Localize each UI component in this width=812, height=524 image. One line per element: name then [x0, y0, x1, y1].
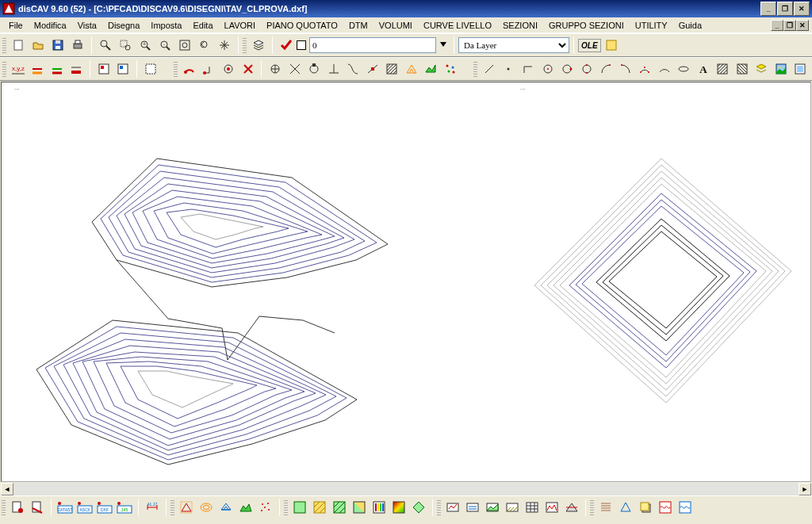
menu-disegna[interactable]: Disegna: [102, 20, 145, 31]
layer-dropdown-button[interactable]: [437, 36, 450, 55]
box-shadow-icon[interactable]: [636, 498, 655, 517]
pan-button[interactable]: [215, 36, 234, 55]
menu-modifica[interactable]: Modifica: [29, 20, 72, 31]
menu-curve-livello[interactable]: CURVE LIVELLO: [418, 20, 497, 31]
flag-red-icon[interactable]: [94, 59, 113, 78]
zoom-in-button[interactable]: +: [136, 36, 155, 55]
save-button[interactable]: [48, 36, 67, 55]
menu-utility[interactable]: UTILITY: [630, 20, 673, 31]
blue-tri-icon[interactable]: [616, 498, 635, 517]
menu-guida[interactable]: Guida: [673, 20, 707, 31]
linestyle-select[interactable]: Da Layer: [458, 37, 569, 53]
dim-icon[interactable]: 41,17: [143, 498, 162, 517]
section-edit-icon[interactable]: [443, 498, 462, 517]
note-icon[interactable]: [602, 36, 621, 55]
ellipse-icon[interactable]: [674, 59, 693, 78]
wave-blue-icon[interactable]: [676, 498, 695, 517]
arc-left-icon[interactable]: [596, 59, 615, 78]
print-button[interactable]: [68, 36, 87, 55]
gradient-bar-icon[interactable]: [370, 498, 389, 517]
wave-red-icon[interactable]: [656, 498, 675, 517]
child-minimize-button[interactable]: _: [771, 20, 783, 31]
points-red-icon[interactable]: [256, 498, 275, 517]
table-icon[interactable]: [523, 498, 542, 517]
points-icon[interactable]: [441, 59, 460, 78]
open-button[interactable]: [29, 36, 48, 55]
scroll-right-button[interactable]: ►: [799, 483, 811, 495]
ascii-icon[interactable]: ASCII: [75, 498, 94, 517]
ole-button[interactable]: OLE: [578, 39, 601, 52]
triangulate-icon[interactable]: [177, 498, 196, 517]
menu-dtm[interactable]: DTM: [343, 20, 373, 31]
hatch-icon[interactable]: [382, 59, 401, 78]
menu-sezioni[interactable]: SEZIONI: [497, 20, 543, 31]
section-lines-icon[interactable]: [463, 498, 482, 517]
zoom-previous-button[interactable]: [195, 36, 214, 55]
mesh-3d-icon[interactable]: [216, 498, 236, 517]
point-tool-icon[interactable]: [500, 59, 519, 78]
section-hatch-icon[interactable]: [503, 498, 522, 517]
arc-tool-icon[interactable]: [655, 59, 674, 78]
profile-chart-icon[interactable]: [542, 498, 561, 517]
scroll-left-button[interactable]: ◄: [1, 483, 13, 495]
zoom-icon[interactable]: [96, 36, 115, 55]
menu-lavori[interactable]: LAVORI: [219, 20, 262, 31]
snap-endpoint-icon[interactable]: [180, 59, 199, 78]
text-tool-icon[interactable]: A: [694, 59, 713, 78]
layer-input[interactable]: [309, 37, 436, 53]
section-green-icon[interactable]: [483, 498, 502, 517]
ascii145-icon[interactable]: 145: [115, 498, 134, 517]
menu-piano-quotato[interactable]: PIANO QUOTATO: [261, 20, 343, 31]
page-crossed-icon[interactable]: [28, 498, 47, 517]
zoom-out-button[interactable]: -: [155, 36, 174, 55]
xyz-button[interactable]: x,y,z: [9, 59, 28, 78]
close-button[interactable]: ✕: [794, 2, 810, 16]
ortho-line-icon[interactable]: [519, 59, 538, 78]
line-tool-icon[interactable]: [480, 59, 499, 78]
child-close-button[interactable]: ✕: [796, 20, 809, 31]
zone-tri-mix-icon[interactable]: [350, 498, 369, 517]
snap-mid-icon[interactable]: [363, 59, 382, 78]
circle-node-icon[interactable]: [557, 59, 576, 78]
line-mixed-icon[interactable]: [48, 59, 67, 78]
snap-near-icon[interactable]: [343, 59, 362, 78]
child-restore-button[interactable]: ❐: [783, 20, 796, 31]
snap-perp-icon[interactable]: [200, 59, 219, 78]
contour-icon[interactable]: [197, 498, 216, 517]
arc-right-icon[interactable]: [616, 59, 635, 78]
arc-3pt-icon[interactable]: [635, 59, 654, 78]
menu-file[interactable]: File: [3, 20, 29, 31]
line-yellow-red-icon[interactable]: [28, 59, 47, 78]
horizontal-scrollbar[interactable]: ◄ ►: [1, 483, 811, 495]
restore-button[interactable]: ❐: [777, 2, 793, 16]
snap-quad-icon[interactable]: [304, 59, 324, 78]
erase-icon[interactable]: [239, 59, 258, 78]
drawing-canvas[interactable]: ... ...: [1, 82, 811, 482]
minimize-button[interactable]: _: [760, 2, 776, 16]
hatch-45-icon[interactable]: [714, 59, 733, 78]
check-icon[interactable]: [277, 36, 296, 55]
zone-green-icon[interactable]: [290, 498, 309, 517]
zone-tri-green-icon[interactable]: [330, 498, 349, 517]
area-green-icon[interactable]: [422, 59, 441, 78]
catasto-icon[interactable]: CATAST: [56, 498, 75, 517]
scroll-track[interactable]: [13, 483, 799, 495]
circle-center-icon[interactable]: [538, 59, 557, 78]
menu-gruppo-sezioni[interactable]: GRUPPO SEZIONI: [543, 20, 630, 31]
menu-imposta[interactable]: Imposta: [145, 20, 187, 31]
circle-point-icon[interactable]: [577, 59, 596, 78]
menu-vista[interactable]: Vista: [72, 20, 102, 31]
snap-tangent-icon[interactable]: [324, 59, 343, 78]
line-red-icon[interactable]: [67, 59, 86, 78]
image-frame-icon[interactable]: [791, 59, 810, 78]
dxf-icon[interactable]: DXF: [95, 498, 114, 517]
hatch-135-icon[interactable]: [733, 59, 752, 78]
cross-section-icon[interactable]: [562, 498, 581, 517]
color-scale-icon[interactable]: [389, 498, 408, 517]
menu-volumi[interactable]: VOLUMI: [373, 20, 418, 31]
select-rect-icon[interactable]: [141, 59, 160, 78]
zoom-extents-button[interactable]: [175, 36, 194, 55]
snap-node-icon[interactable]: [266, 59, 285, 78]
layers-yellow-icon[interactable]: [753, 59, 772, 78]
zoom-window-button[interactable]: [116, 36, 135, 55]
